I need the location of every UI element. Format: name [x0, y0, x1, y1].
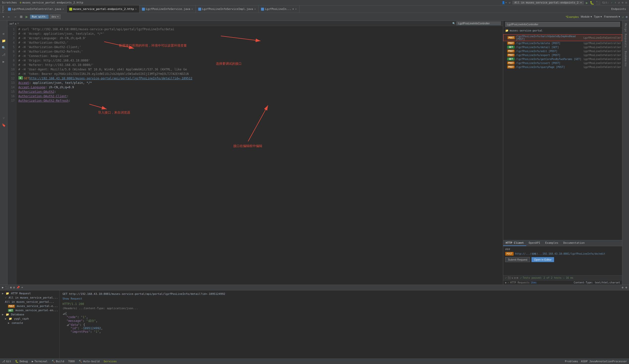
tree-item-3[interactable]: POSTmuses_service_portal-e... [0, 304, 59, 308]
module-btn[interactable]: Module ▾ [581, 15, 592, 18]
tree-item-2[interactable]: All in muses_service_portal... [0, 300, 59, 304]
top-git-arrow[interactable]: ↑ [615, 1, 616, 4]
endpoint-group-header[interactable]: 📁 muses-service-portal [505, 28, 620, 33]
add-btn[interactable]: + [1, 14, 5, 19]
tree-item-0[interactable]: ▶📁HTTP Request [0, 291, 59, 296]
dev-dropdown[interactable]: dev ▾ [50, 15, 61, 19]
tab-lgzf-impl[interactable]: LgzfPosLineInfoServiceImpl.java × [196, 5, 259, 13]
show-request-btn[interactable]: Show Request [63, 297, 626, 300]
stop-button-top[interactable]: ⬛ [596, 1, 600, 5]
run-button-top[interactable]: ▶ [586, 1, 588, 5]
close-tab-1[interactable]: × [63, 8, 64, 10]
close-tab-4[interactable]: × [254, 8, 256, 10]
problems-label[interactable]: Problems [565, 360, 578, 363]
endpoint-item-5[interactable]: GET /lgzfPosLineInfo/getCorePosByTwoPara… [503, 57, 622, 61]
services-settings-icon[interactable]: ⚙ [622, 286, 624, 289]
tree-item-5[interactable]: ▶📁Database [0, 312, 59, 317]
services-options-icon[interactable]: ⚙ [625, 286, 627, 289]
endpoint-item-1[interactable]: POST /lgzfPosLineInfo/delete [POST] Lgzf… [503, 41, 622, 45]
tree-item-1[interactable]: ✓All in muses_service_portal... [0, 296, 59, 300]
endpoint-item-7[interactable]: POST /lgzfPosLineInfo/queryPage [POST] L… [503, 65, 622, 69]
endpoint-controller-2: LgzfPosLineInfoController [584, 46, 621, 49]
code-line-6: # -H 'Authorization-OAuth2-Refresh;' [16, 49, 503, 54]
nav-forward-btn[interactable]: → [13, 14, 18, 19]
submit-request-btn[interactable]: Submit Request [505, 257, 530, 262]
tab-muses-http[interactable]: muses_service_portal-endpoints_2.http × [67, 5, 140, 13]
endpoints-tab[interactable]: Endpoints [608, 5, 629, 13]
services-expand-btn[interactable]: ⊞ [10, 286, 12, 289]
left-icon-git[interactable]: ⎇ [1, 52, 7, 58]
endpoint-item-3[interactable]: POST /lgzfPosLineInfo/edit [POST] LgzfPo… [503, 49, 622, 53]
run-btn-toolbar[interactable]: ▶ [24, 14, 29, 19]
endpoint-search[interactable] [456, 21, 501, 25]
structure-btn[interactable]: ⊞ [19, 14, 23, 19]
endpoint-item-0[interactable]: POST /lgzfPosLineInfo/batchUpdateByImpAn… [503, 34, 622, 41]
expand-http[interactable]: ▶ [505, 281, 507, 284]
endpoint-item-2[interactable]: GET /lgzfPosLineInfo/detail [GET] LgzfPo… [503, 45, 622, 49]
left-icon-merge[interactable]: ⑂ [1, 115, 7, 121]
framework-btn[interactable]: Framework ▾ [604, 15, 620, 18]
more-tabs-btn[interactable]: ▾ [292, 7, 294, 11]
tree-item-7[interactable]: ▶console [0, 321, 59, 325]
tree-item-6[interactable]: ▶📁yygl_cqzh [0, 317, 59, 321]
far-right-bookmarks[interactable]: Bookmarks [624, 50, 628, 68]
debug-button-top[interactable]: 🐛 [590, 1, 594, 5]
toolbar-settings[interactable]: ⚙ [626, 15, 628, 19]
tree-label-1: All in muses_service_portal... [9, 296, 58, 299]
code-editor[interactable]: # curl 'http://192.168.43.18:8081/muses-… [16, 26, 503, 285]
endpoint-item-6[interactable]: POST /lgzfPosLineInfo/insert [POST] Lgzf… [503, 61, 622, 65]
left-icon-search[interactable]: 🔍 [1, 45, 7, 51]
toolbar-sync[interactable]: ↺ [622, 15, 624, 19]
services-play-btn[interactable]: ▶ [2, 286, 4, 289]
todo-status[interactable]: TODO [68, 360, 75, 363]
build-status[interactable]: 🔨 Build [52, 360, 64, 363]
code-line-2: # -H 'Accept: application/json, text/pla… [16, 31, 503, 36]
tab-lgzf-service[interactable]: LgzfPosLineInfoService.java × [140, 5, 196, 13]
http-tab-openapi[interactable]: OpenAPI [526, 240, 543, 246]
top-git-check[interactable]: ✓ [611, 1, 613, 4]
nav-back-btn[interactable]: ← [6, 14, 12, 19]
left-icon-structure[interactable]: ≡ [1, 31, 7, 37]
services-filter-btn[interactable]: ⊡ [13, 286, 15, 289]
endpoint-path-1: /lgzfPosLineInfo/delete [POST] [516, 42, 561, 45]
run-config-dropdown[interactable]: All in muses_service_portal-endpoints_2 … [512, 1, 584, 4]
type-btn[interactable]: Type ▾ [594, 15, 602, 18]
debug-status[interactable]: 🐛 Debug [15, 360, 28, 363]
top-settings[interactable]: ⚙ [622, 1, 624, 4]
services-status[interactable]: Services [104, 360, 117, 363]
services-pin-btn[interactable]: 📌 [16, 286, 20, 289]
endpoint-path-2: /lgzfPosLineInfo/detail [GET] [516, 46, 559, 49]
left-icons-bar: ≡ 📁 🔍 ⎇ ▶ ⑂ 🔖 [0, 21, 7, 285]
endpoint-item-4[interactable]: POST /lgzfPosLineInfo/export [POST] Lgzf… [503, 53, 622, 57]
close-tab-2[interactable]: × [135, 8, 137, 10]
tree-item-4[interactable]: GETmuses_service_portal-en... [0, 308, 59, 312]
search-toggle[interactable]: 🔍 [452, 22, 455, 25]
run-line-12[interactable]: ▶ [18, 76, 23, 80]
toolbar: + ← → ⊞ ▶ Run with: dev ▾ *Examples Modu… [0, 13, 629, 21]
services-stop-btn[interactable]: ⬛ [5, 286, 9, 289]
close-tab-5[interactable]: × [295, 8, 297, 10]
top-action-1[interactable]: 👤▾ [502, 1, 507, 4]
http-tab-examples[interactable]: Examples [543, 240, 561, 246]
services-add-btn[interactable]: + [21, 286, 23, 289]
top-action-2[interactable]: ↺ [509, 1, 511, 4]
git-status[interactable]: ⎇ Git [2, 360, 11, 363]
chevron-down-icon: ▾ [57, 15, 59, 18]
endpoints-search-input[interactable] [505, 22, 620, 27]
close-tab-3[interactable]: × [191, 8, 193, 10]
http-tab-client[interactable]: HTTP Client [503, 240, 526, 246]
top-maximize[interactable]: ⊡ [625, 1, 627, 4]
left-icon-bookmark[interactable]: 🔖 [1, 122, 7, 128]
left-icon-run[interactable]: ▶ [1, 59, 7, 64]
run-with-btn[interactable]: Run with: [30, 15, 49, 19]
examples-btn[interactable]: *Examples [566, 15, 579, 18]
far-right-merge[interactable]: Merge Requests [624, 22, 628, 49]
http-tab-docs[interactable]: Documentation [561, 240, 587, 246]
top-git-refresh[interactable]: ↺ [618, 1, 620, 4]
open-editor-btn[interactable]: Open in Editor [531, 257, 554, 262]
tab-lgzf-line[interactable]: LgzfPosLineIn... ▾ × [259, 5, 300, 13]
auto-build-status[interactable]: 🔨 Auto-build [79, 360, 100, 363]
terminal-status[interactable]: ▶ Terminal [32, 360, 48, 363]
tab-lgzf-controller[interactable]: LgzfPosLineInfoController.java × [5, 5, 67, 13]
left-icon-project[interactable]: 📁 [1, 38, 7, 44]
